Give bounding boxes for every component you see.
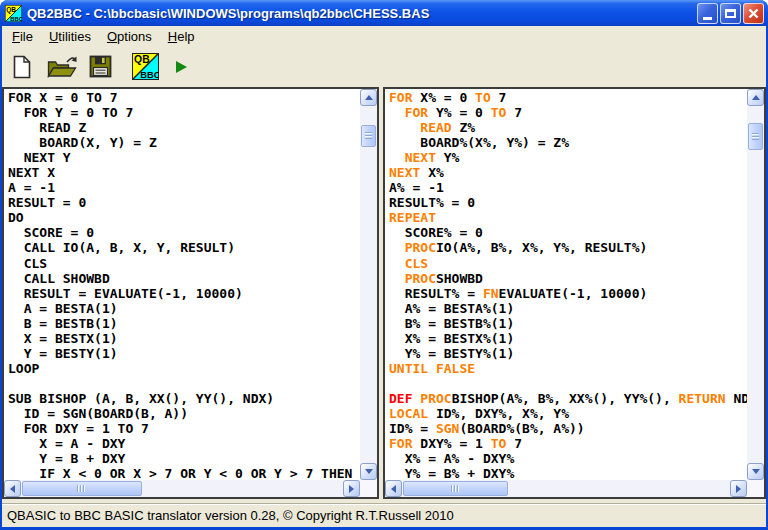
code-line: A = -1 [8,180,360,195]
minimize-icon [703,17,712,20]
svg-text:BBC: BBC [10,15,22,21]
code-line: DEF PROCBISHOP(A%, B%, XX%(), YY%(), RET… [389,391,747,406]
svg-text:QB: QB [134,54,150,65]
close-icon [748,8,759,19]
down-arrow-icon [365,469,373,474]
vertical-scrollbar[interactable] [360,89,377,480]
code-line: CLS [8,256,360,271]
code-line: RESULT = 0 [8,195,360,210]
open-folder-icon [47,55,77,79]
code-line: FOR X% = 0 TO 7 [389,90,747,105]
minimize-button[interactable] [697,3,718,24]
bbc-basic-output-pane[interactable]: FOR X% = 0 TO 7 FOR Y% = 0 TO 7 READ Z% … [383,87,766,499]
left-arrow-icon [391,485,396,493]
status-bar: QBASIC to BBC BASIC translator version 0… [2,503,766,527]
code-line: BOARD(X, Y) = Z [8,135,360,150]
maximize-icon [725,9,736,18]
code-line [8,376,360,391]
code-line: RESULT% = FNEVALUATE(-1, 10000) [389,286,747,301]
horizontal-scrollbar-thumb[interactable] [403,481,508,496]
scrollbar-corner [360,480,377,497]
new-file-button[interactable] [8,51,36,83]
horizontal-scrollbar-thumb[interactable] [22,481,142,496]
window-title: QB2BBC - C:\bbcbasic\WINDOWS\programs\qb… [27,6,697,21]
code-line: CLS [389,256,747,271]
menu-options[interactable]: Options [99,27,160,47]
close-button[interactable] [743,3,764,24]
up-arrow-icon [365,95,373,100]
menu-help[interactable]: Help [160,27,203,47]
scroll-down-button[interactable] [360,463,377,480]
maximize-button[interactable] [720,3,741,24]
menu-utilities[interactable]: Utilities [41,27,99,47]
title-bar[interactable]: QB BBC QB2BBC - C:\bbcbasic\WINDOWS\prog… [0,0,768,26]
save-file-button[interactable] [86,51,114,83]
code-line: B% = BESTB%(1) [389,316,747,331]
bbc-code-content[interactable]: FOR X% = 0 TO 7 FOR Y% = 0 TO 7 READ Z% … [385,89,747,480]
code-line: B = BESTB(1) [8,316,360,331]
code-line: X = A - DXY [8,436,360,451]
code-line: NEXT X [8,165,360,180]
scroll-right-button[interactable] [730,480,747,497]
menu-file[interactable]: File [4,27,41,47]
scrollbar-corner [747,480,764,497]
code-line: Y = B + DXY [8,451,360,466]
vertical-scrollbar-thumb[interactable] [361,125,376,147]
code-line: FOR X = 0 TO 7 [8,90,360,105]
up-arrow-icon [752,95,760,100]
code-line: CALL IO(A, B, X, Y, RESULT) [8,240,360,255]
scroll-up-button[interactable] [360,89,377,106]
qbasic-source-pane[interactable]: FOR X = 0 TO 7 FOR Y = 0 TO 7 READ Z BOA… [2,87,379,499]
code-line [389,376,747,391]
code-line: Y% = BESTY%(1) [389,346,747,361]
code-line: FOR Y = 0 TO 7 [8,105,360,120]
code-line: BOARD%(X%, Y%) = Z% [389,135,747,150]
scroll-right-button[interactable] [343,480,360,497]
vertical-scrollbar[interactable] [747,89,764,480]
code-line: NEXT Y% [389,150,747,165]
scroll-down-button[interactable] [747,463,764,480]
code-line: SCORE% = 0 [389,225,747,240]
code-line: X% = A% - DXY% [389,451,747,466]
code-line: A = BESTA(1) [8,301,360,316]
code-line: ID% = SGN(BOARD%(B%, A%)) [389,421,747,436]
run-button[interactable] [170,51,192,83]
down-arrow-icon [752,469,760,474]
code-line: X = BESTX(1) [8,331,360,346]
code-line: NEXT X% [389,165,747,180]
app-window: QB BBC QB2BBC - C:\bbcbasic\WINDOWS\prog… [0,0,768,530]
code-line: A% = -1 [389,180,747,195]
right-arrow-icon [736,485,741,493]
menu-bar: File Utilities Options Help [2,26,766,47]
run-play-icon [174,59,188,75]
code-line: X% = BESTX%(1) [389,331,747,346]
code-line: LOOP [8,361,360,376]
code-line: ID = SGN(BOARD(B, A)) [8,406,360,421]
qbasic-code-content[interactable]: FOR X = 0 TO 7 FOR Y = 0 TO 7 READ Z BOA… [4,89,360,480]
code-line: RESULT = EVALUATE(-1, 10000) [8,286,360,301]
code-line: A% = BESTA%(1) [389,301,747,316]
scroll-left-button[interactable] [385,480,402,497]
client-area: File Utilities Options Help [2,26,766,527]
code-line: LOCAL ID%, DXY%, X%, Y% [389,406,747,421]
code-line: FOR DXY = 1 TO 7 [8,421,360,436]
code-line: SUB BISHOP (A, B, XX(), YY(), NDX) [8,391,360,406]
scroll-up-button[interactable] [747,89,764,106]
qb2bbc-logo-icon: QB BBC [132,53,159,80]
translate-button[interactable]: QB BBC [130,51,160,83]
svg-text:BBC: BBC [140,70,159,80]
code-line: FOR Y% = 0 TO 7 [389,105,747,120]
save-icon [89,55,112,78]
toolbar: QB BBC [2,47,766,86]
code-line: PROCIO(A%, B%, X%, Y%, RESULT%) [389,240,747,255]
scroll-left-button[interactable] [4,480,21,497]
horizontal-scrollbar[interactable] [385,480,747,497]
code-line: IF X < 0 OR X > 7 OR Y < 0 OR Y > 7 THEN [8,466,360,480]
code-line: Y% = B% + DXY% [389,466,747,480]
horizontal-scrollbar[interactable] [4,480,360,497]
code-line: CALL SHOWBD [8,271,360,286]
vertical-scrollbar-thumb[interactable] [748,123,763,150]
open-file-button[interactable] [46,51,78,83]
code-line: PROCSHOWBD [389,271,747,286]
right-arrow-icon [349,485,354,493]
